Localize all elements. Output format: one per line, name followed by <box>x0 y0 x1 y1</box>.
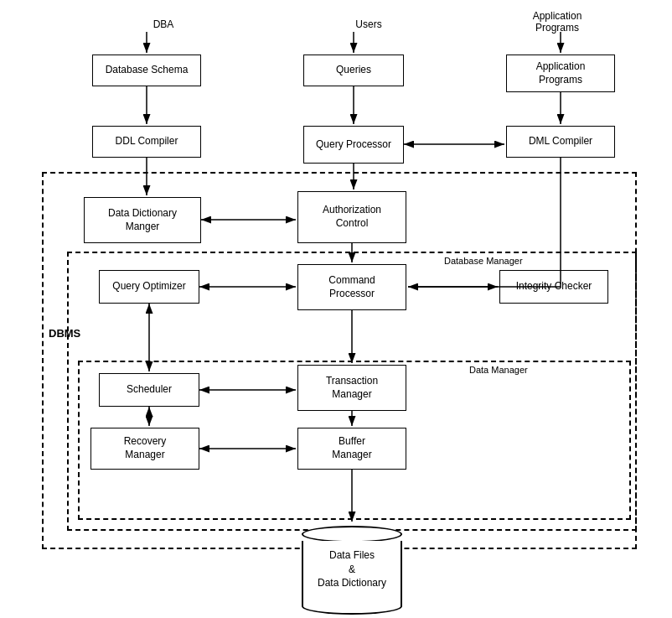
data-manager-label: Data Manager <box>469 365 528 375</box>
buffer-manager-box: BufferManager <box>297 428 406 470</box>
database-manager-label: Database Manager <box>444 256 523 266</box>
command-processor-box: CommandProcessor <box>297 264 406 310</box>
app-programs-top-label: ApplicationPrograms <box>515 10 599 34</box>
dba-label: DBA <box>130 18 197 30</box>
authorization-control-box: AuthorizationControl <box>297 191 406 243</box>
cylinder-body: Data Files&Data Dictionary <box>302 541 402 600</box>
recovery-manager-box: RecoveryManager <box>90 428 199 470</box>
data-files-cylinder: Data Files&Data Dictionary <box>302 524 402 616</box>
queries-box: Queries <box>303 55 404 86</box>
scheduler-box: Scheduler <box>99 373 199 407</box>
query-optimizer-box: Query Optimizer <box>99 270 199 304</box>
cylinder-top <box>302 526 402 543</box>
app-programs-box: ApplicationPrograms <box>506 55 615 92</box>
cylinder-bottom <box>302 598 402 615</box>
query-processor-box: Query Processor <box>303 126 404 164</box>
transaction-manager-box: TransactionManager <box>297 365 406 411</box>
ddl-compiler-box: DDL Compiler <box>92 126 201 158</box>
diagram: DBA Users ApplicationPrograms Database S… <box>0 0 672 618</box>
integrity-checker-box: Integrity Checker <box>499 270 608 304</box>
users-label: Users <box>335 18 402 30</box>
database-schema-box: Database Schema <box>92 55 201 86</box>
dml-compiler-box: DML Compiler <box>506 126 615 158</box>
data-dict-manager-box: Data DictionaryManger <box>84 197 201 243</box>
